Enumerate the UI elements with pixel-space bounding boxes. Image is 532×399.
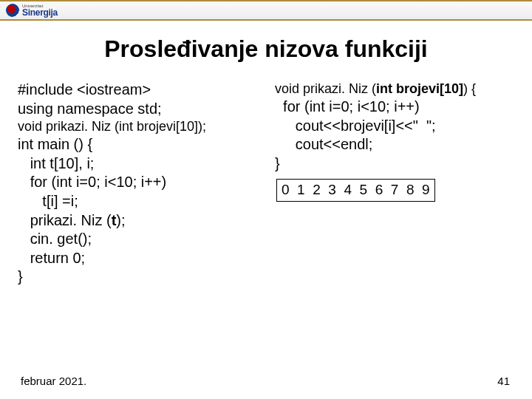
code-line: for (int i=0; i<10; i++) <box>18 173 269 192</box>
code-line: cout<<brojevi[i]<<" "; <box>275 117 520 136</box>
code-line: prikazi. Niz (t); <box>18 211 269 231</box>
footer-date: februar 2021. <box>21 375 86 387</box>
code-line: cin. get(); <box>18 230 269 249</box>
code-line: using namespace std; <box>18 100 269 119</box>
footer: februar 2021. 41 <box>0 375 532 387</box>
logo-swirl-icon <box>6 4 19 17</box>
code-line: int t[10], i; <box>18 154 269 174</box>
output-box: 0 1 2 3 4 5 6 7 8 9 <box>276 179 435 201</box>
code-right-column: void prikazi. Niz (int brojevi[10]) { fo… <box>275 81 520 287</box>
code-line: void prikazi. Niz (int brojevi[10]); <box>18 118 269 135</box>
code-line: for (int i=0; i<10; i++) <box>275 98 520 117</box>
code-line: } <box>275 154 520 174</box>
code-line: t[i] =i; <box>18 192 269 211</box>
code-line: } <box>18 267 269 287</box>
code-line: void prikazi. Niz (int brojevi[10]) { <box>275 81 520 98</box>
code-line: #include <iostream> <box>18 81 269 100</box>
slide-title: Prosleđivanje nizova funkciji <box>0 35 532 63</box>
code-left-column: #include <iostream> using namespace std;… <box>18 81 269 287</box>
logo: Univerzitet Sinergija <box>6 4 58 17</box>
code-line: return 0; <box>18 249 269 268</box>
content-area: #include <iostream> using namespace std;… <box>0 63 532 287</box>
page-number: 41 <box>497 375 510 387</box>
logo-main-text: Sinergija <box>22 8 58 17</box>
code-line: int main () { <box>18 135 269 154</box>
code-line: cout<<endl; <box>275 135 520 154</box>
header-bar: Univerzitet Sinergija <box>0 0 532 21</box>
